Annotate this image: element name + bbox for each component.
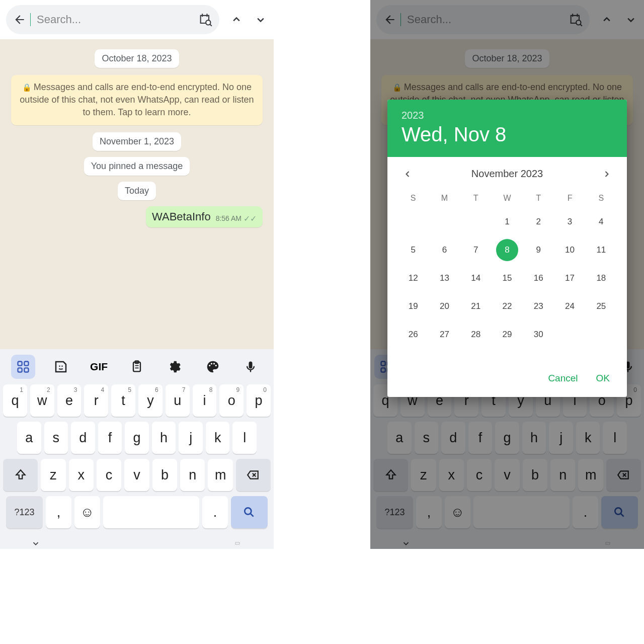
svg-point-14 (245, 508, 252, 514)
key-h[interactable]: h (152, 422, 176, 454)
gif-button[interactable]: GIF (87, 355, 111, 379)
key-q[interactable]: q1 (3, 384, 27, 417)
outgoing-message[interactable]: WABetaInfo 8:56 AM ✓✓ (146, 206, 263, 227)
search-key[interactable] (231, 496, 268, 528)
weekday-label: W (492, 189, 523, 208)
key-l[interactable]: l (232, 422, 257, 454)
month-title: November 2023 (471, 168, 543, 180)
key-n[interactable]: n (180, 459, 205, 491)
date-picker-year[interactable]: 2023 (401, 110, 613, 121)
grid-icon[interactable] (11, 355, 35, 379)
arrow-back-icon[interactable] (13, 13, 26, 26)
search-bar (0, 0, 274, 39)
key-u[interactable]: u7 (166, 384, 190, 417)
calendar-day[interactable]: 27 (429, 320, 460, 349)
key-i[interactable]: i8 (193, 384, 217, 417)
next-month-icon[interactable] (602, 169, 612, 179)
search-field-container[interactable] (6, 5, 219, 34)
weekday-label: M (429, 189, 460, 208)
key-d[interactable]: d (71, 422, 95, 454)
calendar-day[interactable]: 14 (460, 264, 492, 292)
calendar-day[interactable]: 29 (492, 320, 523, 349)
weekday-label: T (460, 189, 492, 208)
calendar-search-icon[interactable] (198, 13, 212, 27)
calendar-day[interactable]: 11 (586, 236, 617, 264)
svg-rect-2 (24, 362, 28, 366)
calendar-day[interactable]: 21 (460, 292, 492, 320)
calendar-day[interactable]: 25 (586, 292, 617, 320)
calendar-day[interactable]: 18 (586, 264, 617, 292)
key-b[interactable]: b (152, 459, 177, 491)
key-f[interactable]: f (98, 422, 122, 454)
nav-collapse-icon[interactable] (30, 538, 41, 549)
calendar-day[interactable]: 7 (460, 236, 492, 264)
key-o[interactable]: o9 (219, 384, 244, 417)
calendar-day[interactable]: 2 (523, 208, 554, 236)
key-a[interactable]: a (17, 422, 41, 454)
settings-gear-icon[interactable] (163, 355, 187, 379)
calendar-day[interactable]: 13 (429, 264, 460, 292)
weekday-row: SMTWTFS (397, 189, 617, 208)
calendar-day[interactable]: 9 (523, 236, 554, 264)
symbols-key[interactable]: ?123 (6, 496, 43, 528)
key-x[interactable]: x (69, 459, 94, 491)
comma-key[interactable]: , (46, 496, 71, 528)
calendar-day[interactable]: 28 (460, 320, 492, 349)
key-s[interactable]: s (44, 422, 68, 454)
key-e[interactable]: e3 (57, 384, 82, 417)
emoji-key[interactable]: ☺ (74, 496, 100, 528)
calendar-day[interactable]: 16 (523, 264, 554, 292)
calendar-day[interactable]: 24 (554, 292, 585, 320)
period-key[interactable]: . (202, 496, 228, 528)
backspace-key[interactable] (236, 459, 271, 491)
calendar-day[interactable]: 3 (554, 208, 585, 236)
calendar-day[interactable]: 23 (523, 292, 554, 320)
key-g[interactable]: g (125, 422, 149, 454)
key-w[interactable]: w2 (30, 384, 54, 417)
weekday-label: S (397, 189, 429, 208)
calendar-day[interactable]: 8 (492, 236, 523, 264)
calendar-day[interactable]: 15 (492, 264, 523, 292)
date-separator: Today (118, 182, 156, 200)
key-m[interactable]: m (208, 459, 232, 491)
nav-handle-icon[interactable] (231, 537, 244, 549)
clipboard-icon[interactable] (125, 355, 149, 379)
space-key[interactable] (103, 496, 200, 528)
chevron-down-icon[interactable] (254, 13, 268, 27)
prev-month-icon[interactable] (403, 169, 413, 179)
calendar-day[interactable]: 1 (492, 208, 523, 236)
key-y[interactable]: y6 (138, 384, 163, 417)
calendar-day[interactable]: 19 (397, 292, 429, 320)
calendar-day[interactable]: 5 (397, 236, 429, 264)
palette-icon[interactable] (201, 355, 225, 379)
mic-icon[interactable] (238, 355, 263, 379)
key-z[interactable]: z (41, 459, 65, 491)
key-c[interactable]: c (97, 459, 121, 491)
encryption-notice[interactable]: 🔒Messages and calls are end-to-end encry… (11, 75, 263, 125)
ok-button[interactable]: OK (596, 373, 610, 384)
calendar-day[interactable]: 26 (397, 320, 429, 349)
chevron-up-icon[interactable] (229, 13, 244, 27)
calendar-day[interactable]: 22 (492, 292, 523, 320)
key-k[interactable]: k (206, 422, 230, 454)
calendar-day[interactable]: 20 (429, 292, 460, 320)
keyboard-row-2: asdfghjkl (3, 422, 271, 454)
key-p[interactable]: p0 (247, 384, 271, 417)
calendar-day[interactable]: 4 (586, 208, 617, 236)
cancel-button[interactable]: Cancel (548, 373, 578, 384)
key-r[interactable]: r4 (84, 384, 108, 417)
calendar-day[interactable]: 17 (554, 264, 585, 292)
key-t[interactable]: t5 (111, 384, 135, 417)
nav-bar (0, 533, 274, 549)
calendar-day[interactable]: 10 (554, 236, 585, 264)
calendar-day[interactable]: 30 (523, 320, 554, 349)
calendar-day[interactable]: 6 (429, 236, 460, 264)
calendar-day[interactable]: 12 (397, 264, 429, 292)
search-input[interactable] (37, 13, 188, 26)
right-screenshot: ©WABETAINFO October 18, 2023 🔒Messages a… (370, 0, 644, 549)
shift-key[interactable] (3, 459, 38, 491)
date-picker-headline[interactable]: Wed, Nov 8 (401, 123, 613, 146)
key-j[interactable]: j (179, 422, 203, 454)
sticker-icon[interactable] (49, 355, 73, 379)
key-v[interactable]: v (124, 459, 149, 491)
